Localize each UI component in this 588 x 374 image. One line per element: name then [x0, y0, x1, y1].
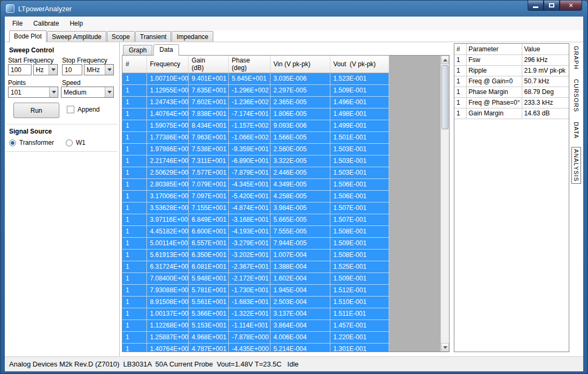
maximize-button[interactable]	[544, 1, 560, 11]
menu-file[interactable]: File	[7, 18, 28, 29]
table-row[interactable]: 18.91508E+0025.561E+001-1.683E+0012.503E…	[122, 296, 389, 308]
table-row[interactable]: 11.00137E+0035.366E+001-1.322E+0013.137E…	[122, 308, 389, 320]
table-cell: -1.683E+001	[228, 296, 270, 308]
table-cell: 1	[122, 343, 146, 352]
tab-sweep-amplitude[interactable]: Sweep Amplitude	[47, 31, 106, 42]
speed-combo[interactable]: Medium	[61, 87, 114, 98]
table-cell: 296 kHz	[522, 54, 569, 65]
scrollbar-thumb[interactable]	[442, 65, 448, 129]
table-row[interactable]: 11.97986E+0027.538E+001-9.359E+0012.560E…	[122, 143, 389, 155]
table-row[interactable]: 15.61913E+0026.350E+001-3.202E+0011.007E…	[122, 249, 389, 261]
table-row[interactable]: 11.77386E+0027.963E+001-1.066E+0021.566E…	[122, 131, 389, 143]
close-button[interactable]: ×	[560, 1, 582, 11]
table-cell: 1.59075E+002	[146, 120, 188, 131]
chevron-down-icon[interactable]	[105, 65, 113, 75]
table-cell: 1.77386E+002	[146, 131, 188, 143]
table-row[interactable]: 11.24743E+0027.602E+001-1.236E+0022.365E…	[122, 96, 389, 108]
table-row[interactable]: 1Ripple21.9 mV pk-pk	[454, 65, 569, 76]
tab-graph[interactable]: Graph	[123, 45, 152, 55]
title-bar[interactable]: LTpowerAnalyzer ×	[1, 1, 587, 17]
table-row[interactable]: 12.80385E+0027.079E+001-4.345E+0014.349E…	[122, 178, 389, 190]
table-row[interactable]: 14.45182E+0026.600E+001-4.193E+0017.555E…	[122, 225, 389, 237]
table-cell: 1.007E-004	[270, 249, 330, 261]
column-header-vin[interactable]: Vin (V pk-pk)	[270, 56, 330, 73]
table-cell: 1.24743E+002	[146, 96, 188, 108]
menu-calibrate[interactable]: Calibrate	[28, 18, 64, 29]
table-row[interactable]: 17.08400E+0025.948E+001-2.172E+0011.602E…	[122, 272, 389, 284]
start-frequency-unit-combo[interactable]: Hz	[33, 64, 58, 75]
tab-data[interactable]: Data	[153, 44, 179, 56]
table-row[interactable]: 11.12268E+0035.153E+001-1.114E+0013.864E…	[122, 320, 389, 331]
table-cell: -6.890E+001	[228, 155, 270, 167]
table-cell: 3.984E-005	[270, 202, 330, 214]
stop-frequency-input[interactable]	[62, 64, 82, 75]
table-row[interactable]: 11.40764E+0027.838E+001-7.174E+0011.806E…	[122, 108, 389, 120]
table-row[interactable]: 11.59075E+0028.434E+001-1.157E+0029.093E…	[122, 120, 389, 131]
side-tab-data[interactable]: DATA	[572, 120, 581, 141]
client-area: File Calibrate Help Bode Plot Sweep Ampl…	[5, 17, 583, 371]
w1-radio[interactable]	[66, 139, 73, 146]
tab-bode-plot[interactable]: Bode Plot	[9, 30, 47, 42]
run-button[interactable]: Run	[13, 103, 59, 118]
scroll-up-button[interactable]	[441, 56, 449, 64]
table-cell: 3.53628E+002	[146, 202, 188, 214]
table-row[interactable]: 16.31724E+0026.081E+001-2.367E+0011.388E…	[122, 261, 389, 272]
app-window: LTpowerAnalyzer × File Calibrate Help Bo…	[0, 0, 588, 374]
speed-label: Speed	[62, 79, 81, 87]
table-row[interactable]: 17.93088E+0025.781E+001-1.730E+0011.945E…	[122, 284, 389, 296]
table-row[interactable]: 13.17006E+0027.097E+001-5.420E+0014.258E…	[122, 190, 389, 202]
vertical-scrollbar[interactable]	[440, 56, 449, 352]
table-row[interactable]: 12.50629E+0027.577E+001-7.879E+0012.446E…	[122, 167, 389, 178]
analysis-table: # Parameter Value 1Fsw296 kHz1Ripple21.9…	[454, 44, 569, 119]
side-tab-analysis[interactable]: ANALYSIS	[571, 147, 581, 184]
column-header-vout[interactable]: Vout (V pk-pk)	[330, 56, 389, 73]
table-row[interactable]: 1Freq @ Phase=0°233.3 kHz	[454, 97, 569, 108]
side-tab-cursors[interactable]: CURSORS	[572, 77, 581, 114]
table-row[interactable]: 1Gain Margin14.63 dB	[454, 108, 569, 119]
table-cell: 1	[122, 237, 146, 249]
table-cell: -3.168E+001	[228, 214, 270, 225]
table-cell: 2.21746E+002	[146, 155, 188, 167]
table-cell: 5.00114E+002	[146, 237, 188, 249]
signal-source-title: Signal Source	[9, 128, 52, 135]
maximize-icon	[549, 3, 554, 7]
table-cell: Ripple	[466, 65, 522, 76]
table-cell: 1	[122, 120, 146, 131]
table-row[interactable]: 11.40764E+0034.787E+001-4.435E+0005.214E…	[122, 343, 389, 352]
start-frequency-input[interactable]	[8, 64, 32, 75]
speed-value: Medium	[61, 89, 105, 96]
transformer-radio[interactable]	[9, 139, 16, 146]
table-row[interactable]: 12.21746E+0027.311E+001-6.890E+0013.322E…	[122, 155, 389, 167]
chevron-down-icon[interactable]	[49, 65, 57, 75]
table-row[interactable]: 11.25887E+0034.968E+001-7.878E+0004.006E…	[122, 331, 389, 343]
table-row[interactable]: 1Fsw296 kHz	[454, 54, 569, 65]
table-row[interactable]: 15.00114E+0026.557E+001-3.279E+0017.944E…	[122, 237, 389, 249]
chevron-down-icon[interactable]	[105, 87, 113, 97]
column-header-index[interactable]: #	[122, 56, 146, 73]
points-combo[interactable]: 101	[8, 87, 58, 98]
scrollbar-track[interactable]	[441, 64, 449, 343]
column-header-frequency[interactable]: Frequency	[146, 56, 188, 73]
scroll-down-button[interactable]	[441, 343, 449, 352]
table-row[interactable]: 13.97116E+0026.849E+001-3.168E+0015.665E…	[122, 214, 389, 225]
minimize-button[interactable]	[528, 1, 544, 11]
append-checkbox[interactable]	[67, 106, 74, 113]
column-header-gain[interactable]: Gain (dB)	[188, 56, 228, 73]
table-cell: 2.503E-004	[270, 296, 330, 308]
table-row[interactable]: 1Phase Margin68.79 Deg	[454, 87, 569, 97]
table-row[interactable]: 11.00710E+0029.401E+0015.645E+0013.035E-…	[122, 73, 389, 84]
table-row[interactable]: 13.53628E+0027.155E+001-4.874E+0013.984E…	[122, 202, 389, 214]
menu-help[interactable]: Help	[64, 18, 88, 29]
table-row[interactable]: 1Freq @ Gain=050.7 kHz	[454, 76, 569, 87]
chevron-down-icon[interactable]	[49, 87, 58, 97]
tab-impedance[interactable]: Impedance	[172, 31, 213, 42]
tab-transient[interactable]: Transient	[135, 31, 172, 42]
table-row[interactable]: 11.12955E+0027.635E+001-1.296E+0022.297E…	[122, 84, 389, 96]
tab-scope[interactable]: Scope	[107, 31, 135, 42]
w1-radio-label: W1	[76, 139, 86, 146]
column-header-phase[interactable]: Phase (deg)	[228, 56, 270, 73]
table-cell: 1	[122, 96, 146, 108]
side-tab-graph[interactable]: GRAPH	[572, 44, 581, 71]
table-cell: 1	[122, 296, 146, 308]
stop-frequency-unit-combo[interactable]: MHz	[84, 64, 114, 75]
